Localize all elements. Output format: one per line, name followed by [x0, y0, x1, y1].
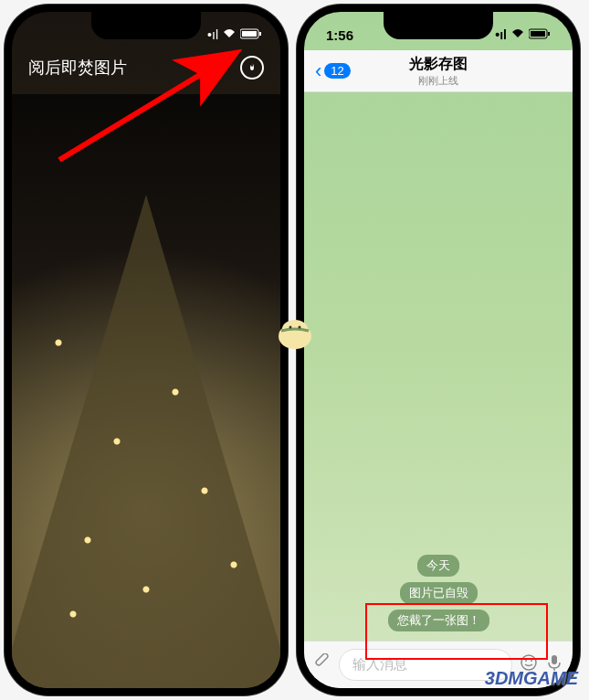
svg-point-14 [299, 326, 301, 329]
svg-point-8 [531, 660, 532, 662]
svg-rect-9 [552, 655, 557, 664]
attachment-icon[interactable] [313, 653, 331, 676]
back-button[interactable]: ‹ 12 [315, 59, 351, 83]
signal-icon: •ıl [495, 27, 507, 42]
svg-rect-2 [259, 32, 261, 36]
chevron-left-icon: ‹ [315, 59, 321, 83]
watermark: 3DMGAME [485, 668, 578, 689]
phone-screen-right: 1:56 •ıl ‹ 12 光影存图 刚刚 [304, 12, 573, 688]
status-time: 1:56 [326, 27, 353, 43]
system-message: 您截了一张图！ [388, 610, 489, 631]
notch [91, 12, 201, 39]
svg-rect-5 [548, 32, 550, 36]
photo-content[interactable] [12, 94, 280, 688]
wifi-icon [222, 27, 237, 42]
unread-badge: 12 [324, 63, 350, 79]
battery-icon [529, 27, 551, 42]
battery-icon [240, 27, 262, 42]
svg-point-7 [525, 660, 527, 662]
svg-point-13 [289, 326, 292, 329]
date-separator: 今天 [417, 555, 459, 577]
phone-right: 1:56 •ıl ‹ 12 光影存图 刚刚 [297, 5, 580, 695]
chat-header: ‹ 12 光影存图 刚刚上线 [304, 50, 573, 92]
chat-body[interactable]: 今天 图片已自毁 您截了一张图！ [304, 92, 573, 641]
self-destruct-title: 阅后即焚图片 [28, 57, 127, 79]
mascot-overlay [272, 311, 318, 356]
phone-screen-left: •ıl 阅后即焚图片 [12, 12, 280, 688]
chat-subtitle: 刚刚上线 [409, 74, 468, 88]
notch [384, 12, 493, 39]
chat-title[interactable]: 光影存图 [409, 55, 468, 74]
signal-icon: •ıl [207, 27, 218, 42]
phone-left: •ıl 阅后即焚图片 [5, 5, 288, 695]
svg-rect-4 [531, 31, 545, 37]
system-message: 图片已自毁 [400, 582, 478, 604]
fire-timer-icon[interactable] [240, 56, 264, 80]
svg-rect-1 [242, 31, 257, 37]
wifi-icon [510, 27, 525, 42]
